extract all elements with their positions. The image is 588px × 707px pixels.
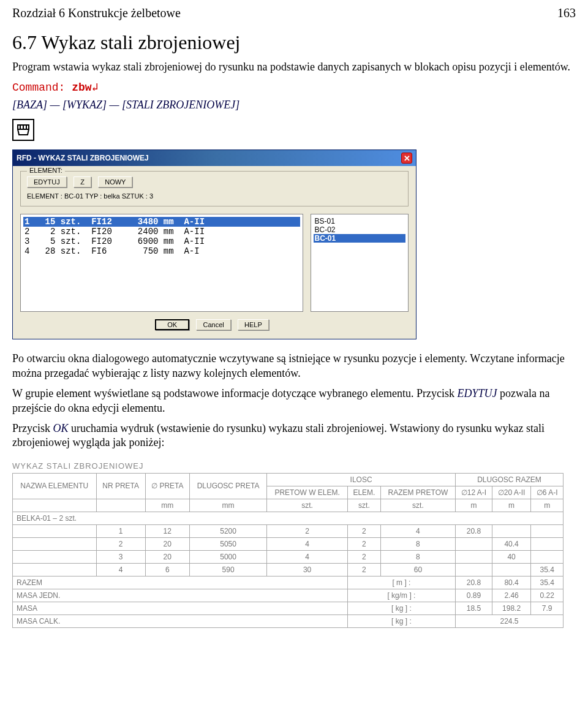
element-group: ELEMENT: EDYTUJ Z NOWY ELEMENT : BC-01 T… [20,171,409,206]
body-text: Po otwarciu okna dialogowego automatyczn… [12,352,576,380]
body-text: Przycisk OK uruchamia wydruk (wstawienie… [12,422,576,450]
new-button[interactable]: NOWY [98,176,132,187]
col-f6: ∅6 A-I [531,486,564,499]
col-dlugrazem: DLUGOSC RAZEM [455,473,563,486]
summary-row: MASA CALK.[ kg ] :224.5 [13,614,564,627]
col-dlug: DLUGOSC PRETA [189,473,266,499]
summary-row: MASA[ kg ] :18.5198.27.9 [13,602,564,614]
positions-listbox[interactable]: 1 15 szt. FI12 3480 mm A-II 2 2 szt. FI2… [20,214,303,312]
chapter-header: Rozdział 6 Konstrukcje żelbetowe [12,6,181,20]
list-item[interactable]: 3 5 szt. FI20 6900 mm A-II [23,236,300,246]
dialog-titlebar: RFD - WYKAZ STALI ZBROJENIOWEJ ✕ [13,150,416,166]
list-item[interactable]: BC-01 [314,234,406,243]
z-button[interactable]: Z [74,176,91,187]
col-f12: ∅12 A-I [455,486,492,499]
table-row: 112520022420.8 [13,524,564,537]
list-item[interactable]: 1 15 szt. FI12 3480 mm A-II [23,217,300,227]
col-nazwa: NAZWA ELEMENTU [13,473,97,499]
ok-button[interactable]: OK [155,319,189,330]
dialog-window: RFD - WYKAZ STALI ZBROJENIOWEJ ✕ ELEMENT… [12,149,417,339]
col-elem: ELEM. [347,486,380,499]
table-row: 320500042840 [13,550,564,563]
col-pretow: PRETOW W ELEM. [267,486,348,499]
col-ilosc: ILOSC [267,473,456,486]
units-row: mmmm szt.szt.szt. mmm [13,499,564,512]
section-title: 6.7 Wykaz stali zbrojeniowej [12,31,576,54]
toolbar-icon [12,119,34,141]
rebar-table-icon [16,123,31,137]
edit-button[interactable]: EDYTUJ [27,176,67,187]
close-icon: ✕ [404,154,410,163]
cancel-button[interactable]: Cancel [196,319,230,330]
group-label: ELEMENT: [27,167,65,174]
help-button[interactable]: HELP [238,319,269,330]
col-nr: NR PRETA [96,473,145,499]
close-button[interactable]: ✕ [401,153,412,164]
elements-listbox[interactable]: BS-01 BC-02 BC-01 [311,214,409,312]
col-fi: ∅ PRETA [145,473,189,499]
list-item[interactable]: BC-02 [314,225,406,234]
command-line: Command: zbw↲ [12,80,576,94]
table-row: 465903026035.4 [13,563,564,576]
page-number: 163 [557,6,576,20]
table-row: 220505042840.4 [13,537,564,550]
group-row: BELKA-01 – 2 szt. [13,512,564,524]
element-info: ELEMENT : BC-01 TYP : belka SZTUK : 3 [27,192,402,200]
intro-text: Program wstawia wykaz stali zbrojeniowej… [12,60,576,74]
dialog-title: RFD - WYKAZ STALI ZBROJENIOWEJ [17,154,149,162]
body-text: W grupie element wyświetlane są podstawo… [12,387,576,415]
col-razempr: RAZEM PRETOW [380,486,455,499]
rebar-table: NAZWA ELEMENTU NR PRETA ∅ PRETA DLUGOSC … [12,473,564,628]
summary-row: RAZEM[ m ] :20.880.435.4 [13,576,564,589]
col-f20: ∅20 A-II [492,486,531,499]
list-item[interactable]: BS-01 [314,217,406,225]
summary-row: MASA JEDN.[ kg/m ] :0.892.460.22 [13,589,564,602]
table-title: WYKAZ STALI ZBROJENIOWEJ [12,461,576,471]
menu-path: [BAZA] — [WYKAZ] — [STALI ZBROJENIOWEJ] [12,99,576,112]
list-item[interactable]: 4 28 szt. FI6 750 mm A-I [23,246,300,256]
list-item[interactable]: 2 2 szt. FI20 2400 mm A-II [23,227,300,236]
